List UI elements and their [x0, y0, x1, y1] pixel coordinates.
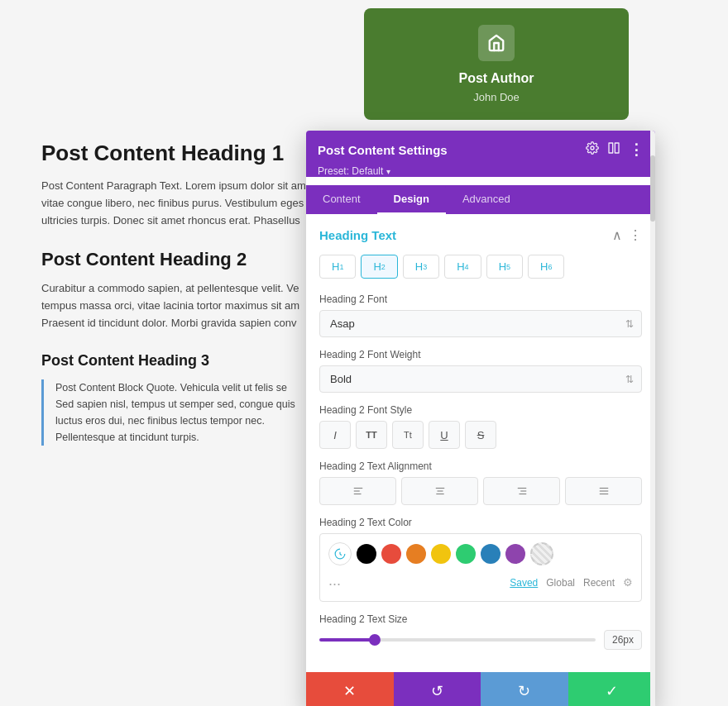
color-label: Heading 2 Text Color: [319, 517, 642, 528]
blog-heading-3: Post Content Heading 3: [41, 352, 306, 370]
undo-icon: ↺: [431, 682, 443, 700]
color-swatch-red[interactable]: [381, 544, 401, 564]
section-controls: ∧ ⋮: [612, 227, 642, 243]
confirm-icon: ✓: [606, 682, 618, 700]
blog-blockquote: Post Content Block Quote. Vehicula velit…: [41, 379, 306, 446]
redo-button[interactable]: ↻: [481, 672, 568, 706]
weight-select[interactable]: Bold Normal Light: [319, 365, 642, 393]
weight-row: Heading 2 Font Weight Bold Normal Light: [319, 349, 642, 393]
cancel-button[interactable]: ✕: [306, 672, 394, 706]
post-author-card: Post Author John Doe: [364, 8, 629, 120]
color-tab-saved[interactable]: Saved: [510, 577, 538, 589]
color-tab-recent[interactable]: Recent: [583, 577, 615, 589]
font-label: Heading 2 Font: [319, 293, 642, 305]
font-select[interactable]: Asap Arial Georgia: [319, 310, 642, 337]
heading-tab-h1[interactable]: H1: [319, 255, 356, 279]
color-row: Heading 2 Text Color ···: [319, 517, 642, 602]
blog-content-preview: Post Content Heading 1 Post Content Para…: [25, 116, 323, 484]
style-buttons: I TT Tt U S: [319, 421, 642, 449]
more-options-icon[interactable]: ⋮: [629, 141, 644, 159]
size-value[interactable]: 26px: [604, 630, 642, 650]
font-select-wrapper: Asap Arial Georgia: [319, 310, 642, 337]
scrollbar: [650, 131, 655, 706]
align-center-button[interactable]: [401, 477, 478, 505]
color-custom-swatch[interactable]: [530, 542, 553, 565]
collapse-icon[interactable]: ∧: [612, 227, 622, 243]
style-label: Heading 2 Font Style: [319, 404, 642, 416]
align-right-button[interactable]: [483, 477, 560, 505]
alignment-buttons: [319, 477, 642, 505]
color-tab-global[interactable]: Global: [546, 577, 575, 589]
heading-tab-h5[interactable]: H5: [486, 255, 523, 279]
settings-panel: Post Content Settings ⋮ Preset: [306, 131, 655, 706]
settings-icon[interactable]: [586, 141, 599, 158]
tab-content[interactable]: Content: [306, 185, 377, 214]
align-left-button[interactable]: [319, 477, 396, 505]
strikethrough-button[interactable]: S: [465, 421, 496, 449]
preset-arrow-icon: ▾: [386, 167, 390, 176]
color-swatch-purple[interactable]: [505, 544, 525, 564]
italic-button[interactable]: I: [319, 421, 351, 449]
heading-tabs: H1 H2 H3 H4 H5 H6: [319, 255, 642, 279]
uppercase-button[interactable]: TT: [356, 421, 387, 449]
post-author-name: John Doe: [381, 91, 612, 103]
blog-heading-2: Post Content Heading 2: [41, 249, 306, 270]
panel-header-icons: ⋮: [586, 141, 644, 159]
blog-blockquote-text: Post Content Block Quote. Vehicula velit…: [55, 379, 306, 446]
weight-label: Heading 2 Font Weight: [319, 349, 642, 360]
section-more-icon[interactable]: ⋮: [629, 227, 642, 243]
size-row: Heading 2 Text Size 26px: [319, 613, 642, 650]
section-title: Heading Text: [319, 228, 396, 242]
slider-thumb[interactable]: [369, 634, 381, 646]
underline-button[interactable]: U: [429, 421, 460, 449]
align-justify-button[interactable]: [565, 477, 642, 505]
color-settings-icon[interactable]: ⚙: [623, 576, 633, 589]
cancel-icon: ✕: [343, 682, 356, 700]
size-control-row: 26px: [319, 630, 642, 650]
weight-select-wrapper: Bold Normal Light: [319, 365, 642, 393]
svg-point-0: [591, 146, 594, 150]
tab-advanced[interactable]: Advanced: [446, 185, 527, 214]
color-swatches: [328, 542, 633, 565]
post-author-icon: [478, 25, 515, 61]
columns-icon[interactable]: [607, 141, 620, 158]
panel-header: Post Content Settings ⋮ Preset: [306, 131, 655, 177]
panel-tabs: Content Design Advanced: [306, 185, 655, 214]
color-tabs: Saved Global Recent ⚙: [510, 576, 633, 589]
panel-body: Heading Text ∧ ⋮ H1 H2 H3 H4 H5 H6 Headi…: [306, 214, 655, 706]
svg-rect-1: [609, 143, 613, 153]
color-picker-button[interactable]: [328, 542, 352, 565]
preset-label: Preset: Default: [318, 165, 383, 177]
more-colors-button[interactable]: ···: [328, 575, 341, 593]
color-swatch-black[interactable]: [357, 544, 376, 564]
color-swatch-yellow[interactable]: [431, 544, 451, 564]
action-bar: ✕ ↺ ↻ ✓: [306, 672, 655, 706]
style-row: Heading 2 Font Style I TT Tt U S: [319, 404, 642, 449]
blog-paragraph-2: Curabitur a commodo sapien, at pellentes…: [41, 280, 306, 332]
undo-button[interactable]: ↺: [394, 672, 481, 706]
tab-design[interactable]: Design: [377, 185, 446, 214]
capitalize-button[interactable]: Tt: [392, 421, 424, 449]
panel-title: Post Content Settings: [318, 143, 448, 157]
color-swatch-blue[interactable]: [481, 544, 500, 564]
heading-tab-h3[interactable]: H3: [403, 255, 439, 279]
redo-icon: ↻: [518, 682, 530, 700]
color-swatch-green[interactable]: [456, 544, 476, 564]
heading-tab-h6[interactable]: H6: [528, 255, 564, 279]
blog-paragraph-1: Post Content Paragraph Text. Lorem ipsum…: [41, 178, 306, 229]
alignment-row: Heading 2 Text Alignment: [319, 460, 642, 505]
size-label: Heading 2 Text Size: [319, 613, 642, 625]
panel-preset[interactable]: Preset: Default ▾: [318, 165, 644, 177]
section-header: Heading Text ∧ ⋮: [319, 227, 642, 243]
svg-rect-2: [615, 143, 619, 153]
post-author-title: Post Author: [381, 71, 612, 86]
heading-tab-h4[interactable]: H4: [444, 255, 481, 279]
font-row: Heading 2 Font Asap Arial Georgia: [319, 293, 642, 337]
heading-tab-h2[interactable]: H2: [361, 255, 397, 279]
confirm-button[interactable]: ✓: [568, 672, 656, 706]
size-slider[interactable]: [319, 638, 596, 642]
color-picker-area: ··· Saved Global Recent ⚙: [319, 533, 642, 602]
color-swatch-orange[interactable]: [406, 544, 426, 564]
blog-heading-1: Post Content Heading 1: [41, 141, 306, 166]
scrollbar-thumb[interactable]: [650, 155, 655, 222]
